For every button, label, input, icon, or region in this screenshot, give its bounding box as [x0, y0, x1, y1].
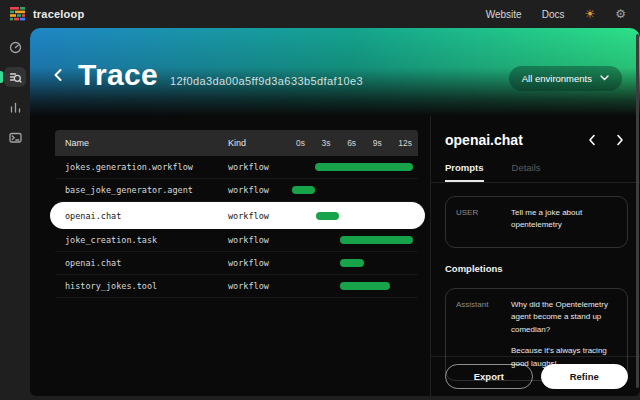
chevron-left-icon	[52, 67, 64, 83]
duration-bar	[316, 212, 339, 220]
span-kind: workflow	[228, 281, 290, 291]
duration-bar	[315, 163, 413, 171]
detail-footer: Export Refine	[431, 356, 640, 396]
prev-span-button[interactable]	[588, 134, 596, 146]
span-kind: workflow	[228, 235, 290, 245]
tab-details[interactable]: Details	[512, 162, 541, 182]
table-row-selected[interactable]: openai.chat workflow	[50, 202, 425, 229]
span-kind: workflow	[228, 258, 290, 268]
prompt-message: USER Tell me a joke about opentelemetry	[445, 196, 628, 248]
table-row[interactable]: history_jokes.tool workflow	[55, 275, 418, 298]
back-button[interactable]	[52, 67, 64, 83]
completion-line: Why did the Opentelemetry agent become a…	[511, 299, 617, 336]
page-title: Trace	[78, 58, 158, 92]
span-name: openai.chat	[55, 258, 228, 268]
message-text: Tell me a joke about opentelemetry	[511, 207, 617, 237]
scrollbar[interactable]	[636, 34, 639, 388]
column-header-name: Name	[55, 138, 228, 148]
website-link[interactable]: Website	[486, 9, 522, 20]
tick-label: 6s	[347, 138, 356, 148]
table-row[interactable]: openai.chat workflow	[55, 252, 418, 275]
span-name: jokes.generation.workflow	[55, 162, 228, 172]
span-kind: workflow	[228, 211, 290, 221]
detail-tabs: Prompts Details	[445, 162, 628, 182]
sidebar-item-console[interactable]	[4, 127, 26, 147]
span-kind: workflow	[228, 162, 290, 172]
span-name: base_joke_generator.agent	[55, 185, 228, 195]
docs-link[interactable]: Docs	[542, 9, 565, 20]
completions-heading: Completions	[445, 263, 628, 274]
brand[interactable]: traceloop	[10, 7, 84, 21]
environment-selector-label: All environments	[522, 73, 592, 84]
span-name: joke_creation.task	[55, 235, 228, 245]
sidebar	[0, 28, 30, 400]
column-header-kind: Kind	[228, 138, 290, 148]
message-role: USER	[456, 207, 511, 237]
span-table: Name Kind 0s 3s 6s 9s 12s jokes.generati…	[55, 130, 418, 298]
span-kind: workflow	[228, 185, 290, 195]
trace-header: Trace 12f0da3da00a5ff9d3a633b5dfaf10e3 A…	[30, 28, 640, 116]
export-button[interactable]: Export	[445, 364, 533, 389]
duration-bar	[340, 282, 390, 290]
sidebar-item-traces[interactable]	[4, 67, 26, 87]
bar-chart-icon	[9, 101, 22, 114]
tick-label: 3s	[322, 138, 331, 148]
span-name: openai.chat	[55, 211, 228, 221]
tick-label: 9s	[373, 138, 382, 148]
gauge-icon	[9, 41, 22, 54]
detail-panel: openai.chat Prompts Details USER T	[430, 116, 640, 396]
sun-icon[interactable]: ☀	[584, 8, 595, 20]
trace-search-icon	[9, 71, 22, 84]
tick-label: 0s	[296, 138, 305, 148]
active-indicator	[0, 71, 3, 83]
terminal-icon	[9, 131, 22, 144]
tick-label: 12s	[398, 138, 412, 148]
brand-name: traceloop	[33, 8, 84, 20]
environment-selector[interactable]: All environments	[509, 66, 622, 91]
topbar: traceloop Website Docs ☀ ⚙	[0, 0, 640, 28]
table-row[interactable]: base_joke_generator.agent workflow	[55, 179, 418, 202]
chevron-right-icon	[616, 134, 624, 146]
duration-bar	[340, 236, 413, 244]
trace-id: 12f0da3da00a5ff9d3a633b5dfaf10e3	[170, 75, 363, 87]
chevron-down-icon	[600, 75, 609, 81]
sidebar-item-metrics[interactable]	[4, 97, 26, 117]
gear-icon[interactable]: ⚙	[615, 8, 626, 20]
refine-button[interactable]: Refine	[541, 364, 629, 389]
chevron-left-icon	[588, 134, 596, 146]
traceloop-logo-icon	[10, 7, 26, 21]
detail-title: openai.chat	[445, 132, 523, 148]
main-surface: Trace 12f0da3da00a5ff9d3a633b5dfaf10e3 A…	[30, 28, 640, 396]
tab-prompts[interactable]: Prompts	[445, 162, 484, 182]
next-span-button[interactable]	[616, 134, 624, 146]
timeline-axis: 0s 3s 6s 9s 12s	[290, 130, 418, 156]
table-header: Name Kind 0s 3s 6s 9s 12s	[55, 130, 418, 156]
span-name: history_jokes.tool	[55, 281, 228, 291]
table-row[interactable]: jokes.generation.workflow workflow	[55, 156, 418, 179]
table-row[interactable]: joke_creation.task workflow	[55, 229, 418, 252]
duration-bar	[292, 186, 315, 194]
duration-bar	[340, 259, 364, 267]
sidebar-item-dashboard[interactable]	[4, 37, 26, 57]
